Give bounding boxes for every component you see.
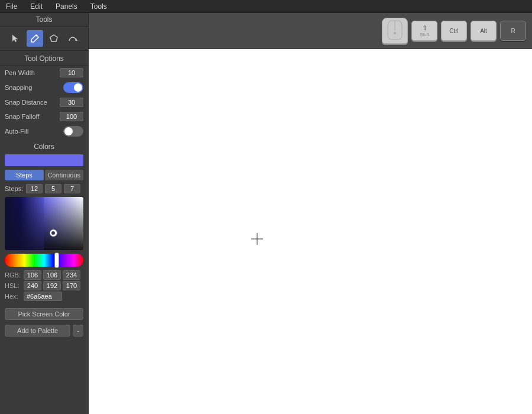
snap-falloff-input[interactable] [60,112,83,121]
snap-distance-row: Snap Distance [0,95,88,109]
crosshair-horizontal [251,238,263,239]
mode-buttons: Steps Continuous [5,170,83,180]
menu-panels[interactable]: Panels [53,1,80,12]
snap-distance-label: Snap Distance [5,99,47,106]
snap-falloff-label: Snap Falloff [5,113,40,120]
color-preview-bar[interactable] [5,154,83,166]
pen-width-input[interactable] [60,68,83,77]
menu-edit[interactable]: Edit [28,1,45,12]
tool-options-title: Tool Options [0,51,88,66]
snap-distance-input[interactable] [60,98,83,107]
app-body: Tools Tool Options Pen Width Snapping [0,13,532,414]
svg-point-0 [35,35,37,37]
rgb-inputs [24,270,80,280]
tool-shape[interactable] [46,30,62,47]
hsl-label: HSL: [5,282,21,289]
rgb-label: RGB: [5,271,21,279]
snapping-label: Snapping [5,84,33,91]
tool-icons-row [0,27,88,51]
hsl-row: HSL: [5,281,83,290]
pen-width-label: Pen Width [5,69,35,76]
menu-bar: File Edit Panels Tools [0,0,532,13]
steps-label: Steps: [5,185,24,192]
hsl-l-input[interactable] [63,281,80,290]
canvas-area[interactable] [89,49,532,414]
hex-row: Hex: [5,292,83,301]
auto-fill-row: Auto-Fill [0,124,88,139]
menu-tools[interactable]: Tools [88,1,109,12]
hsl-h-input[interactable] [24,281,41,290]
hsl-inputs [24,281,80,290]
hue-strip[interactable] [5,254,83,267]
menu-file[interactable]: File [4,1,20,12]
steps-input-3[interactable] [64,184,80,193]
r-key-label: R [511,28,515,34]
colors-section: Colors Steps Continuous Steps: [0,139,88,308]
tool-pen[interactable] [27,30,43,47]
ctrl-key-cap: Ctrl [441,21,467,41]
tool-path[interactable] [64,30,81,47]
ctrl-label: Ctrl [449,28,459,34]
alt-key-cap: Alt [471,21,497,41]
colors-title: Colors [5,143,83,151]
steps-input-1[interactable] [26,184,43,193]
hue-cursor [54,253,59,268]
remove-palette-button[interactable]: - [73,325,83,337]
tool-select[interactable] [8,30,24,47]
auto-fill-toggle[interactable] [63,126,83,137]
shift-label: Shift [420,32,429,37]
auto-fill-label: Auto-Fill [5,128,28,135]
svg-point-3 [394,32,396,34]
color-values: RGB: HSL: Hex: [5,270,83,301]
add-to-palette-button[interactable]: Add to Palette [5,325,70,337]
hex-label: Hex: [5,293,21,300]
palette-buttons: Add to Palette - [0,325,88,341]
alt-label: Alt [480,28,487,34]
color-picker-area[interactable] [5,197,83,250]
shift-key-cap: ⇧ Shift [411,21,437,41]
snapping-toggle[interactable] [63,82,83,93]
pick-screen-color-button[interactable]: Pick Screen Color [5,308,83,320]
steps-button[interactable]: Steps [5,170,44,180]
hsl-s-input[interactable] [43,281,61,290]
tools-label: Tools [0,13,88,27]
steps-row: Steps: [5,184,83,193]
continuous-button[interactable]: Continuous [45,170,84,180]
steps-input-2[interactable] [45,184,61,193]
r-key-cap: R [500,21,526,41]
rgb-r-input[interactable] [24,270,41,280]
auto-fill-toggle-knob [64,127,73,135]
sidebar: Tools Tool Options Pen Width Snapping [0,13,89,414]
pen-width-row: Pen Width [0,66,88,80]
rgb-row: RGB: [5,270,83,280]
snapping-toggle-knob [74,83,82,92]
rgb-g-input[interactable] [43,270,61,280]
rgb-b-input[interactable] [63,270,80,280]
bottom-buttons: Pick Screen Color [0,308,88,325]
crosshair-vertical [257,233,258,245]
snapping-row: Snapping [0,80,88,95]
shift-icon: ⇧ [422,24,427,32]
hex-input[interactable] [24,292,62,301]
shortcut-bar: ⇧ Shift Ctrl Alt R [89,13,532,49]
mouse-key-cap [382,18,408,44]
main-area: ⇧ Shift Ctrl Alt R [89,13,532,414]
snap-falloff-row: Snap Falloff [0,109,88,124]
